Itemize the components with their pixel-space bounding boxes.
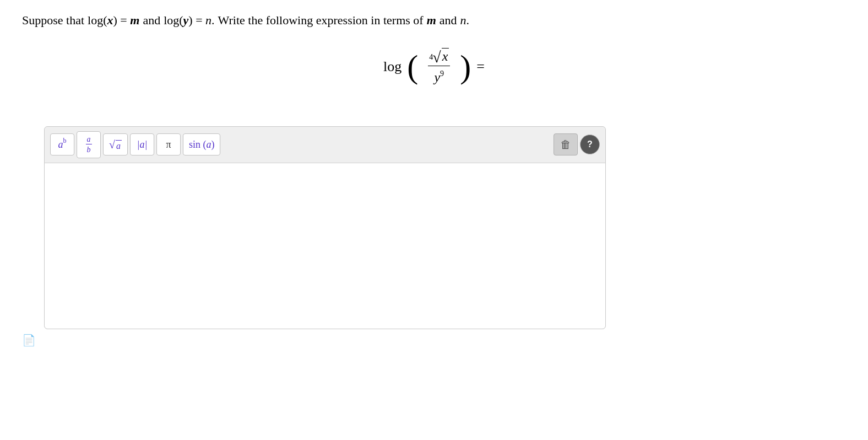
bottom-doc-icon[interactable]: 📄 xyxy=(22,334,846,347)
conjunction: and xyxy=(143,11,160,29)
toolbar: ab a b √ a |a| π sin (a) xyxy=(45,127,605,163)
sqrt-radicand-label: a xyxy=(116,140,122,151)
pi-button[interactable]: π xyxy=(156,133,181,155)
denom-exponent: 9 xyxy=(440,69,444,78)
problem-statement: Suppose that log(x) = m and log(y) = n. … xyxy=(22,11,846,29)
trash-icon: 🗑 xyxy=(560,138,571,151)
var-m-label: m xyxy=(427,11,436,29)
text-prefix: Suppose that xyxy=(22,11,84,29)
sup-b-label: b xyxy=(63,137,67,145)
sin-button[interactable]: sin (a) xyxy=(183,133,221,155)
radicand: x xyxy=(442,48,449,64)
expression-area: log ( 4 √ x y9 ) = xyxy=(22,46,846,110)
abs-button[interactable]: |a| xyxy=(130,133,154,155)
radical-symbol: √ xyxy=(432,50,441,65)
log-word: log xyxy=(383,58,402,75)
trash-button[interactable]: 🗑 xyxy=(554,133,578,155)
superscript-button[interactable]: ab xyxy=(50,133,74,155)
sqrt-symbol: √ xyxy=(109,138,115,151)
equals-sign: = xyxy=(476,58,485,75)
log-y-expression: log(y) = n. xyxy=(164,11,214,29)
frac-numerator-label: a xyxy=(86,135,92,144)
help-button[interactable]: ? xyxy=(580,135,600,154)
help-icon: ? xyxy=(587,139,593,149)
main-expression: log ( 4 √ x y9 ) = xyxy=(383,46,485,88)
var-n-label: n. xyxy=(460,11,470,29)
frac-denominator-label: b xyxy=(87,145,91,154)
left-paren: ( xyxy=(407,50,418,83)
fraction: 4 √ x y9 xyxy=(424,46,454,88)
doc-icon: 📄 xyxy=(22,334,36,346)
right-paren: ) xyxy=(460,50,471,83)
pi-label: π xyxy=(166,139,171,151)
text-suffix: Write the following expression in terms … xyxy=(218,11,424,29)
abs-label: |a| xyxy=(137,139,148,151)
text-and: and xyxy=(440,11,457,29)
math-input-area[interactable] xyxy=(45,163,605,329)
math-input-wrapper: ab a b √ a |a| π sin (a) xyxy=(44,126,606,329)
fraction-denominator: y9 xyxy=(434,67,444,85)
fraction-numerator: 4 √ x xyxy=(428,48,450,66)
sqrt-button[interactable]: √ a xyxy=(103,133,128,155)
sup-a-label: a xyxy=(58,139,63,151)
log-x-expression: log(x) = m xyxy=(88,11,139,29)
fraction-button[interactable]: a b xyxy=(77,131,101,158)
fourth-root: 4 √ x xyxy=(429,48,449,64)
denom-base: y xyxy=(434,70,440,84)
sin-label: sin (a) xyxy=(189,139,215,151)
